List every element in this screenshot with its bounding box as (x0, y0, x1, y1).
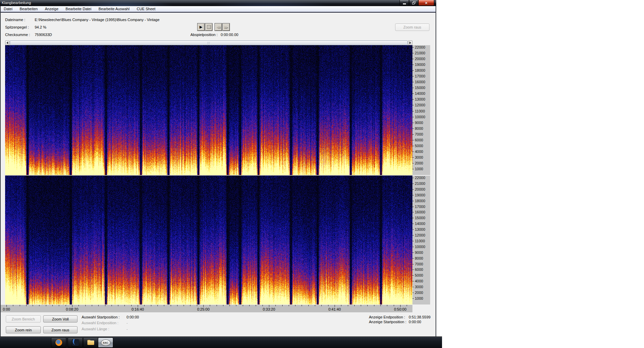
time-tick-label: 0:50:00 (394, 307, 407, 311)
play-position-value: 0:00:00.00 (221, 33, 238, 37)
time-minor-tick (341, 305, 341, 306)
rewind-button[interactable]: ◀◀ (215, 23, 222, 31)
frequency-tick-label: 17000 (412, 205, 425, 209)
zoom-raus-button[interactable]: Zoom raus (43, 326, 78, 333)
time-minor-tick (184, 305, 184, 306)
stop-button[interactable] (205, 23, 213, 31)
time-minor-tick (217, 305, 217, 306)
frequency-tick-label: 9000 (412, 121, 423, 125)
taskbar-app-eac[interactable]: EAC (98, 337, 113, 348)
minimize-icon (403, 3, 406, 4)
frequency-tick-label: 10000 (412, 115, 425, 119)
selection-length-value: - (126, 327, 128, 331)
zoom-rein-button[interactable]: Zoom rein (6, 326, 41, 333)
scrollbar-grip (208, 42, 210, 45)
scrollbar-thumb[interactable] (10, 40, 408, 45)
frequency-tick-label: 20000 (412, 57, 425, 61)
menu-bar: Datei Bearbeiten Anzeige Bearbeite Datei… (1, 6, 436, 12)
time-minor-tick (275, 305, 276, 306)
minimize-button[interactable] (400, 0, 409, 6)
time-tick-label: 0:25:00 (197, 307, 210, 311)
zoom-voll-button[interactable]: Zoom Voll (43, 315, 78, 323)
horizontal-scrollbar[interactable] (5, 40, 412, 45)
view-start-label: Anzeige Startposition : (369, 320, 406, 324)
time-minor-tick (295, 305, 295, 306)
frequency-tick-label: 6000 (412, 138, 423, 142)
app-window: Klangbearbeitung × Datei Bearbeiten Anze… (0, 0, 436, 336)
scroll-right-button[interactable] (408, 40, 412, 45)
frequency-tick-label: 12000 (412, 103, 425, 107)
time-minor-tick (380, 305, 381, 306)
close-button[interactable]: × (418, 0, 434, 6)
time-minor-tick (13, 305, 13, 306)
close-icon: × (425, 0, 428, 5)
time-major-tick (72, 305, 72, 307)
frequency-tick-label: 6000 (412, 268, 423, 272)
time-tick-label: 0:00 (3, 307, 10, 311)
scroll-left-button[interactable] (5, 40, 10, 45)
menu-item-anzeige[interactable]: Anzeige (42, 6, 62, 12)
time-minor-tick (112, 305, 112, 306)
menu-item-datei[interactable]: Datei (1, 6, 16, 12)
graphics-app-icon (72, 339, 79, 346)
time-minor-tick (20, 305, 20, 306)
maximize-button[interactable] (409, 0, 418, 6)
spectrogram-channel-right[interactable] (5, 176, 412, 304)
taskbar-app-firefox[interactable] (51, 337, 66, 348)
time-minor-tick (92, 305, 92, 306)
menu-item-bearbeite-auswahl[interactable]: Bearbeite Auswahl (96, 6, 133, 12)
time-minor-tick (85, 305, 86, 306)
time-minor-tick (230, 305, 230, 306)
taskbar: e EAC D: 0,00 kB/s U: 0,00 kB/s ▲ 12:03 (0, 336, 442, 348)
frequency-tick-label: 17000 (412, 74, 425, 78)
time-minor-tick (124, 305, 125, 306)
frequency-tick-label: 13000 (412, 98, 425, 101)
menu-separator (0, 12, 436, 13)
time-minor-tick (289, 305, 289, 306)
peak-level-label: Spitzenpegel : (5, 25, 29, 29)
frequency-tick-label: 16000 (412, 80, 425, 84)
frequency-tick-label: 13000 (412, 228, 425, 231)
time-minor-tick (157, 305, 158, 306)
taskbar-app-graphics[interactable] (68, 337, 83, 348)
forward-button[interactable]: ▶▶ (222, 23, 230, 31)
frequency-tick-label: 11000 (412, 109, 425, 113)
spectrogram-channel-left[interactable] (5, 45, 412, 175)
frequency-tick-label: 19000 (412, 63, 425, 67)
time-major-tick (6, 305, 7, 307)
time-minor-tick (394, 305, 394, 306)
time-minor-tick (210, 305, 210, 306)
frequency-tick-label: 20000 (412, 188, 425, 191)
menu-item-bearbeiten[interactable]: Bearbeiten (17, 6, 41, 12)
time-minor-tick (367, 305, 368, 306)
time-major-tick (400, 305, 401, 307)
selection-length-label: Auswahl Länge : (82, 327, 109, 331)
menu-item-bearbeite-datei[interactable]: Bearbeite Datei (63, 6, 95, 12)
menu-item-cue-sheet[interactable]: CUE Sheet (134, 6, 158, 12)
play-button[interactable]: ▶ (197, 23, 205, 31)
zoom-out-top-button[interactable]: Zoom raus (395, 23, 429, 31)
time-minor-tick (262, 305, 263, 306)
time-minor-tick (164, 305, 164, 306)
scroll-left-icon (6, 41, 8, 44)
peak-level-value: 94.2 % (35, 25, 46, 29)
time-minor-tick (256, 305, 256, 306)
zoom-bereich-button[interactable]: Zoom Bereich (6, 315, 41, 323)
desktop: { "window": { "title": "Klangbearbeitung… (0, 0, 644, 348)
title-bar[interactable]: Klangbearbeitung × (0, 0, 436, 6)
window-border-left (0, 6, 1, 336)
window-border-right (436, 6, 436, 336)
taskbar-app-explorer[interactable] (83, 337, 98, 348)
frequency-tick-label: 3000 (412, 156, 423, 159)
time-minor-tick (236, 305, 236, 306)
view-end-value: 0:51:38.5599 (409, 315, 430, 319)
time-minor-tick (144, 305, 145, 306)
time-minor-tick (387, 305, 387, 306)
time-tick-label: 0:41:40 (328, 307, 341, 311)
time-minor-tick (302, 305, 302, 306)
time-minor-tick (282, 305, 283, 306)
frequency-tick-label: 1000 (412, 297, 423, 300)
time-minor-tick (407, 305, 407, 306)
checksum-value: 7590633D (35, 33, 52, 37)
time-minor-tick (151, 305, 151, 306)
